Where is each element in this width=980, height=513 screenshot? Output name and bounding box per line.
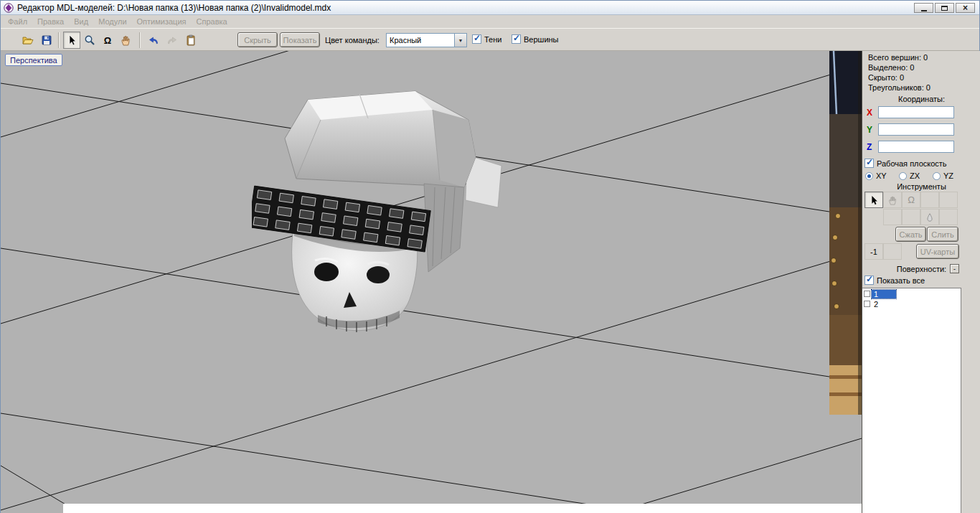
shadows-checkbox[interactable]: ✓ bbox=[472, 34, 481, 44]
menu-item-file[interactable]: Файл bbox=[3, 16, 32, 27]
open-button[interactable] bbox=[19, 32, 37, 49]
maximize-button[interactable] bbox=[935, 3, 954, 13]
y-coordinate-input[interactable] bbox=[878, 123, 954, 136]
bottom-strip bbox=[63, 504, 862, 513]
radio-yz-icon[interactable] bbox=[933, 172, 941, 180]
minimize-icon bbox=[921, 10, 927, 11]
surface-list-item[interactable]: 2 bbox=[862, 299, 961, 309]
shadows-option: ✓ Тени bbox=[472, 34, 501, 44]
panel-empty-cell bbox=[902, 209, 920, 225]
stat-selected: Выделено: 0 bbox=[868, 63, 914, 72]
uv-maps-button[interactable]: UV-карты bbox=[916, 244, 959, 259]
radio-zx-label: ZX bbox=[910, 171, 920, 180]
radio-zx-icon[interactable] bbox=[899, 172, 907, 180]
z-coordinate-input[interactable] bbox=[878, 141, 954, 153]
surfaces-small-button[interactable]: - bbox=[950, 264, 959, 273]
toolbar: Ω Скрыть Показать Цвет ко bbox=[1, 28, 979, 51]
check-icon: ✓ bbox=[473, 33, 481, 43]
x-coordinate-row: X bbox=[867, 106, 954, 118]
menu-item-modules[interactable]: Модули bbox=[93, 16, 131, 27]
team-color-select[interactable]: Красный ▼ bbox=[386, 33, 467, 47]
vertices-checkbox[interactable]: ✓ bbox=[512, 34, 521, 44]
surface-1-label[interactable]: 1 bbox=[872, 290, 896, 298]
viewport[interactable]: Перспектива bbox=[1, 51, 862, 513]
panel-empty-cell bbox=[920, 192, 939, 208]
workplane-radio-yz[interactable]: YZ bbox=[933, 171, 953, 180]
workplane-radio-xy[interactable]: XY bbox=[865, 171, 887, 180]
x-axis-label: X bbox=[867, 108, 878, 118]
rotate-icon: Ω bbox=[104, 35, 111, 46]
show-button[interactable]: Показать bbox=[280, 32, 320, 47]
menu-item-view[interactable]: Вид bbox=[69, 16, 93, 27]
show-all-checkbox[interactable]: ✓ bbox=[864, 276, 874, 285]
side-panel: Всего вершин: 0 Выделено: 0 Скрыто: 0 Тр… bbox=[862, 51, 980, 513]
compress-button[interactable]: Сжать bbox=[895, 227, 926, 242]
toolbar-separator bbox=[139, 32, 141, 48]
minus-one-cell: -1 bbox=[864, 243, 883, 260]
menu-item-edit[interactable]: Правка bbox=[32, 16, 69, 27]
select-tool-button[interactable] bbox=[63, 32, 80, 49]
tools-label: Инструменты bbox=[862, 182, 980, 191]
surface-list-item[interactable]: 1 bbox=[862, 289, 961, 298]
save-floppy-icon bbox=[41, 34, 52, 46]
menu-item-help[interactable]: Справка bbox=[192, 16, 232, 27]
coordinates-label: Координаты: bbox=[862, 95, 980, 103]
workplane-radio-zx[interactable]: ZX bbox=[899, 171, 920, 180]
show-all-label: Показать все bbox=[877, 276, 925, 285]
hand-icon bbox=[120, 34, 131, 46]
radio-xy-label: XY bbox=[876, 171, 887, 180]
window-controls: × bbox=[914, 3, 975, 13]
workplane-option: ✓ Рабочая плоскость bbox=[864, 159, 947, 168]
view-mode-button[interactable]: Перспектива bbox=[5, 54, 62, 66]
paste-button[interactable] bbox=[182, 32, 199, 49]
surface-1-checkbox[interactable] bbox=[864, 291, 870, 297]
hide-button[interactable]: Скрыть bbox=[237, 32, 278, 47]
skull-model[interactable] bbox=[252, 87, 517, 334]
redo-icon bbox=[166, 34, 178, 46]
panel-select-tool[interactable] bbox=[864, 192, 883, 208]
radio-yz-label: YZ bbox=[943, 171, 953, 180]
titlebar: Редактор MDL-моделей: D:\Новая папка (13… bbox=[1, 1, 979, 15]
app-window: Редактор MDL-моделей: D:\Новая папка (13… bbox=[0, 0, 980, 513]
minimize-button[interactable] bbox=[914, 3, 933, 13]
panel-droplet-tool[interactable] bbox=[920, 209, 939, 225]
merge-button[interactable]: Слить bbox=[927, 227, 958, 242]
surfaces-label: Поверхности: bbox=[862, 265, 980, 273]
workplane-checkbox[interactable]: ✓ bbox=[864, 159, 874, 168]
clipboard-icon bbox=[185, 34, 197, 46]
undo-icon bbox=[148, 34, 159, 46]
cursor-icon bbox=[869, 195, 879, 205]
panel-empty-cell bbox=[883, 243, 902, 260]
z-coordinate-row: Z bbox=[867, 141, 954, 153]
radio-xy-icon[interactable] bbox=[865, 172, 873, 180]
surface-2-label[interactable]: 2 bbox=[872, 300, 896, 309]
panel-empty-cell bbox=[883, 209, 902, 225]
x-coordinate-input[interactable] bbox=[878, 106, 954, 118]
surface-2-checkbox[interactable] bbox=[864, 301, 870, 307]
check-icon: ✓ bbox=[866, 274, 873, 284]
check-icon: ✓ bbox=[866, 157, 873, 167]
app-icon bbox=[4, 3, 14, 13]
menu-item-optimization[interactable]: Оптимизация bbox=[132, 16, 192, 27]
dropdown-arrow-icon[interactable]: ▼ bbox=[454, 34, 466, 47]
pan-tool-button[interactable] bbox=[117, 32, 134, 49]
z-axis-label: Z bbox=[867, 142, 878, 152]
maximize-icon bbox=[941, 6, 948, 11]
undo-button[interactable] bbox=[145, 32, 162, 49]
panel-rotate-tool[interactable]: Ω bbox=[902, 192, 920, 208]
show-all-option: ✓ Показать все bbox=[864, 276, 925, 285]
rotate-tool-button[interactable]: Ω bbox=[99, 32, 116, 49]
surfaces-list[interactable]: 1 2 bbox=[862, 288, 961, 513]
rotate-icon: Ω bbox=[908, 194, 915, 205]
y-coordinate-row: Y bbox=[867, 123, 954, 136]
stat-triangles: Треугольников: 0 bbox=[868, 83, 930, 92]
close-icon: × bbox=[963, 4, 968, 11]
hand-icon bbox=[887, 195, 897, 205]
close-button[interactable]: × bbox=[956, 3, 975, 13]
cursor-icon bbox=[66, 34, 77, 46]
save-button[interactable] bbox=[38, 32, 55, 49]
window-title: Редактор MDL-моделей: D:\Новая папка (13… bbox=[17, 3, 331, 13]
panel-pan-tool[interactable] bbox=[883, 192, 902, 208]
redo-button[interactable] bbox=[164, 32, 181, 49]
zoom-tool-button[interactable] bbox=[81, 32, 98, 49]
